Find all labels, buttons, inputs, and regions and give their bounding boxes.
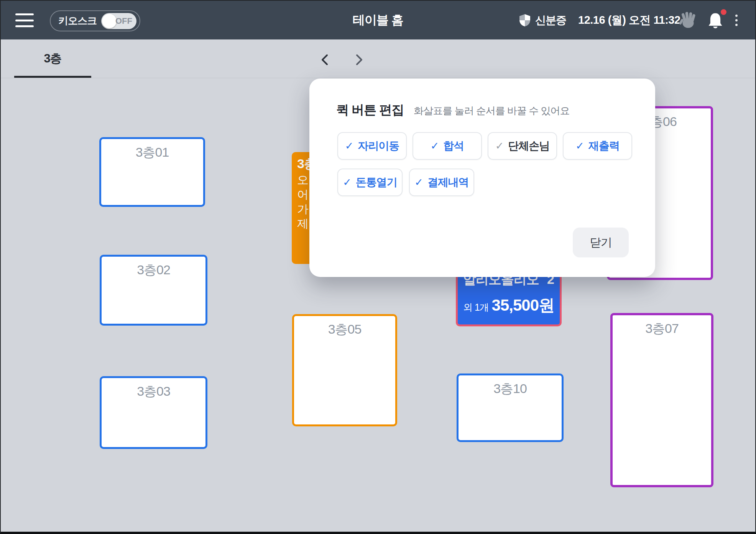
notification-badge <box>721 9 726 15</box>
chip-label: 합석 <box>443 139 464 153</box>
check-icon: ✓ <box>343 176 351 188</box>
chip-label: 단체손님 <box>508 139 549 153</box>
chevron-right-icon[interactable] <box>353 53 365 66</box>
chip-merge-seats[interactable]: ✓ 합석 <box>413 132 482 160</box>
modal-subtitle: 화살표를 눌러 순서를 바꿀 수 있어요 <box>414 104 569 118</box>
modal-title: 퀵 버튼 편집 <box>336 102 404 119</box>
close-button[interactable]: 닫기 <box>573 228 629 257</box>
table-label: 3층07 <box>613 320 711 337</box>
chip-row-2: ✓ 돈통열기 ✓ 결제내역 <box>337 169 474 196</box>
modal-header: 퀵 버튼 편집 화살표를 눌러 순서를 바꿀 수 있어요 <box>336 102 569 119</box>
tab-floor-3[interactable]: 3층 <box>14 39 91 78</box>
chip-open-drawer[interactable]: ✓ 돈통열기 <box>337 169 403 196</box>
table-label: 3층02 <box>102 261 205 279</box>
staff-call-hand-icon[interactable] <box>679 1 698 39</box>
table-label: 3층10 <box>459 380 562 398</box>
table-label: 3층01 <box>101 144 203 161</box>
chip-payment-history[interactable]: ✓ 결제내역 <box>409 169 474 196</box>
chip-label: 결제내역 <box>427 175 469 190</box>
check-icon: ✓ <box>345 140 353 152</box>
top-bar: 키오스크 OFF 테이블 홈 신분증 1 <box>1 1 755 39</box>
notification-bell-icon[interactable] <box>707 1 724 39</box>
quick-button-edit-modal: 퀵 버튼 편집 화살표를 눌러 순서를 바꿀 수 있어요 ✓ 자리이동 ✓ 합석… <box>309 79 655 277</box>
table-card-3f01[interactable]: 3층01 <box>99 137 205 207</box>
order-total-price: 35,500원 <box>492 295 554 316</box>
order-extra-count: 외 1개 <box>463 301 489 314</box>
table-card-3f10[interactable]: 3층10 <box>457 373 564 442</box>
table-card-3f05[interactable]: 3층05 <box>292 314 397 426</box>
id-check-button[interactable]: 신분증 <box>519 1 566 39</box>
datetime-display: 12.16 (월) 오전 11:32 <box>578 1 680 39</box>
chip-label: 자리이동 <box>358 139 399 153</box>
chip-group-guest[interactable]: ✓ 단체손님 <box>488 132 557 160</box>
chip-reprint[interactable]: ✓ 재출력 <box>563 132 632 160</box>
chip-label: 재출력 <box>588 139 620 153</box>
chip-label: 돈통열기 <box>356 175 397 190</box>
floor-toolbar: 3층 합석 재출력 자리이동 결제내역 돈통열기 ⚙ <box>1 39 755 78</box>
table-card-3f07[interactable]: 3층07 <box>610 313 713 487</box>
table-label: 3층05 <box>294 321 395 338</box>
chip-row-1: ✓ 자리이동 ✓ 합석 ✓ 단체손님 ✓ 재출력 <box>337 132 632 160</box>
table-card-3f02[interactable]: 3층02 <box>100 255 207 326</box>
pos-table-home-screen: 키오스크 OFF 테이블 홈 신분증 1 <box>0 0 756 534</box>
kebab-menu-icon[interactable] <box>735 1 738 39</box>
floor-map: 3층01 3층02 3층03 3층0 오 어 가 제 3층05 알리오올리오 2… <box>1 78 755 532</box>
check-icon: ✓ <box>495 140 504 152</box>
id-check-label: 신분증 <box>535 13 566 28</box>
check-icon: ✓ <box>575 140 584 152</box>
shield-icon <box>519 14 531 27</box>
chip-move-seat[interactable]: ✓ 자리이동 <box>337 132 407 160</box>
table-label: 3층03 <box>102 383 205 400</box>
check-icon: ✓ <box>431 140 439 152</box>
check-icon: ✓ <box>414 176 423 188</box>
table-card-3f03[interactable]: 3층03 <box>100 376 207 449</box>
chevron-left-icon[interactable] <box>319 53 330 66</box>
active-tab-underline <box>14 76 91 78</box>
